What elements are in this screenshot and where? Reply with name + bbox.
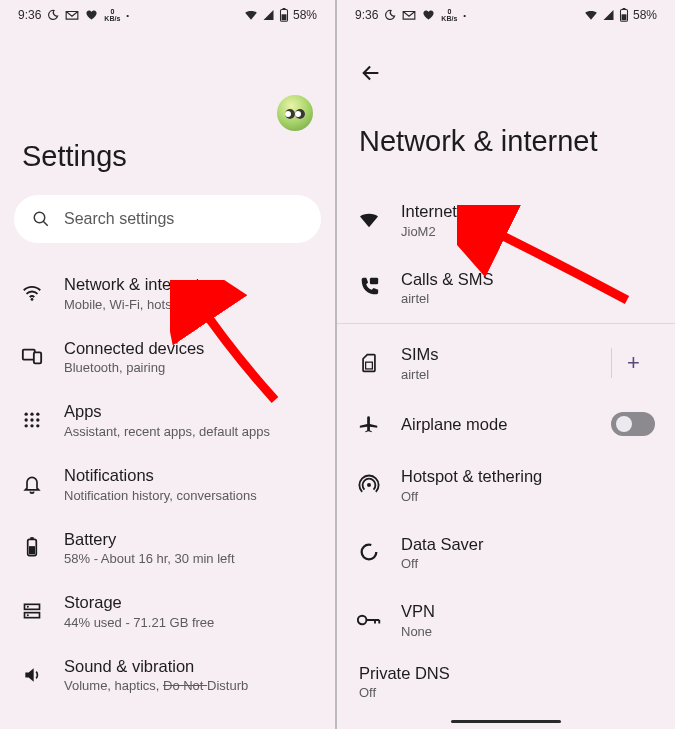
row-title: Data Saver bbox=[401, 534, 655, 555]
row-sub: 58% - About 16 hr, 30 min left bbox=[64, 551, 315, 566]
search-settings[interactable]: Search settings bbox=[14, 195, 321, 243]
row-title: Notifications bbox=[64, 465, 315, 486]
wifi-status-icon bbox=[244, 9, 258, 21]
search-placeholder: Search settings bbox=[64, 210, 174, 228]
svg-point-9 bbox=[30, 413, 33, 416]
svg-rect-1 bbox=[283, 8, 286, 9]
network-list: InternetJioM2 Calls & SMSairtel SIMsairt… bbox=[337, 186, 675, 704]
row-sub: Off bbox=[359, 685, 653, 700]
battery-percent: 58% bbox=[633, 8, 657, 22]
row-network-internet[interactable]: Network & internetMobile, Wi-Fi, hotspot bbox=[0, 261, 335, 325]
phone-sms-icon bbox=[357, 275, 381, 299]
signal-status-icon bbox=[262, 9, 275, 21]
row-private-dns[interactable]: Private DNS Off bbox=[337, 654, 675, 704]
svg-point-13 bbox=[36, 418, 39, 421]
moon-icon bbox=[384, 9, 396, 21]
status-bar: 9:36 0KB/s • 58% bbox=[337, 0, 675, 30]
row-title: Network & internet bbox=[64, 274, 315, 295]
add-sim-button[interactable]: + bbox=[611, 348, 655, 378]
signal-status-icon bbox=[602, 9, 615, 21]
status-time: 9:36 bbox=[355, 8, 378, 22]
svg-point-31 bbox=[358, 616, 367, 625]
svg-point-29 bbox=[367, 483, 371, 487]
search-icon bbox=[32, 210, 50, 228]
profile-avatar[interactable] bbox=[277, 95, 313, 131]
row-storage[interactable]: Storage44% used - 71.21 GB free bbox=[0, 579, 335, 643]
svg-rect-27 bbox=[370, 278, 378, 284]
row-data-saver[interactable]: Data SaverOff bbox=[337, 519, 675, 587]
row-title: VPN bbox=[401, 601, 655, 622]
nav-gesture-bar bbox=[451, 720, 561, 723]
row-title: Internet bbox=[401, 201, 655, 222]
battery-status-icon bbox=[619, 8, 629, 22]
data-speed-indicator: 0KB/s bbox=[104, 8, 120, 22]
row-sub: None bbox=[401, 624, 655, 639]
heart-icon bbox=[85, 9, 98, 21]
airplane-toggle[interactable] bbox=[611, 412, 655, 436]
data-saver-icon bbox=[357, 540, 381, 564]
envelope-icon bbox=[402, 9, 416, 21]
svg-rect-25 bbox=[623, 8, 626, 9]
moon-icon bbox=[47, 9, 59, 21]
svg-point-14 bbox=[25, 424, 28, 427]
row-vpn[interactable]: VPNNone bbox=[337, 586, 675, 654]
svg-point-11 bbox=[25, 418, 28, 421]
bell-icon bbox=[20, 472, 44, 496]
back-button[interactable] bbox=[353, 55, 389, 91]
svg-rect-7 bbox=[34, 353, 41, 364]
row-sub: Assistant, recent apps, default apps bbox=[64, 424, 315, 439]
volume-icon bbox=[20, 663, 44, 687]
svg-point-22 bbox=[27, 606, 29, 608]
row-battery[interactable]: Battery58% - About 16 hr, 30 min left bbox=[0, 516, 335, 580]
row-notifications[interactable]: NotificationsNotification history, conve… bbox=[0, 452, 335, 516]
airplane-icon bbox=[357, 412, 381, 436]
status-time: 9:36 bbox=[18, 8, 41, 22]
svg-point-30 bbox=[362, 545, 377, 560]
svg-point-16 bbox=[36, 424, 39, 427]
svg-rect-28 bbox=[366, 362, 373, 369]
row-title: Airplane mode bbox=[401, 414, 591, 435]
row-sims[interactable]: SIMsairtel + bbox=[337, 324, 675, 397]
heart-icon bbox=[422, 9, 435, 21]
row-hotspot-tethering[interactable]: Hotspot & tetheringOff bbox=[337, 451, 675, 519]
row-internet[interactable]: InternetJioM2 bbox=[337, 186, 675, 254]
row-title: Hotspot & tethering bbox=[401, 466, 655, 487]
sim-icon bbox=[357, 351, 381, 375]
svg-point-8 bbox=[25, 413, 28, 416]
status-bar: 9:36 0KB/s • 58% bbox=[0, 0, 335, 30]
svg-rect-26 bbox=[622, 14, 627, 20]
row-title: Connected devices bbox=[64, 338, 315, 359]
battery-icon bbox=[20, 535, 44, 559]
row-title: Battery bbox=[64, 529, 315, 550]
svg-point-12 bbox=[30, 418, 33, 421]
svg-point-5 bbox=[31, 298, 34, 301]
wifi-status-icon bbox=[584, 9, 598, 21]
row-sound-vibration[interactable]: Sound & vibrationVolume, haptics, Do Not… bbox=[0, 643, 335, 707]
row-sub: Off bbox=[401, 489, 655, 504]
devices-icon bbox=[20, 344, 44, 368]
row-sub: 44% used - 71.21 GB free bbox=[64, 615, 315, 630]
svg-point-15 bbox=[30, 424, 33, 427]
data-speed-indicator: 0KB/s bbox=[441, 8, 457, 22]
svg-point-10 bbox=[36, 413, 39, 416]
svg-rect-19 bbox=[29, 546, 35, 554]
network-internet-screen: 9:36 0KB/s • 58% Network & internet Inte… bbox=[337, 0, 675, 729]
row-calls-sms[interactable]: Calls & SMSairtel bbox=[337, 254, 675, 322]
row-sub: Volume, haptics, Do Not Disturb bbox=[64, 678, 315, 693]
row-title: Calls & SMS bbox=[401, 269, 655, 290]
row-apps[interactable]: AppsAssistant, recent apps, default apps bbox=[0, 388, 335, 452]
row-sub: Mobile, Wi-Fi, hotspot bbox=[64, 297, 315, 312]
row-sub: Bluetooth, pairing bbox=[64, 360, 315, 375]
arrow-left-icon bbox=[360, 62, 382, 84]
row-sub: JioM2 bbox=[401, 224, 655, 239]
svg-line-4 bbox=[43, 221, 48, 226]
svg-rect-18 bbox=[30, 537, 33, 539]
row-title: Private DNS bbox=[359, 664, 653, 683]
row-airplane-mode[interactable]: Airplane mode bbox=[337, 397, 675, 451]
svg-rect-20 bbox=[25, 604, 40, 609]
wifi-filled-icon bbox=[357, 208, 381, 232]
row-connected-devices[interactable]: Connected devicesBluetooth, pairing bbox=[0, 325, 335, 389]
settings-list: Network & internetMobile, Wi-Fi, hotspot… bbox=[0, 261, 335, 706]
row-sub: Notification history, conversations bbox=[64, 488, 315, 503]
settings-screen: 9:36 0KB/s • 58% Settings Search setting… bbox=[0, 0, 337, 729]
